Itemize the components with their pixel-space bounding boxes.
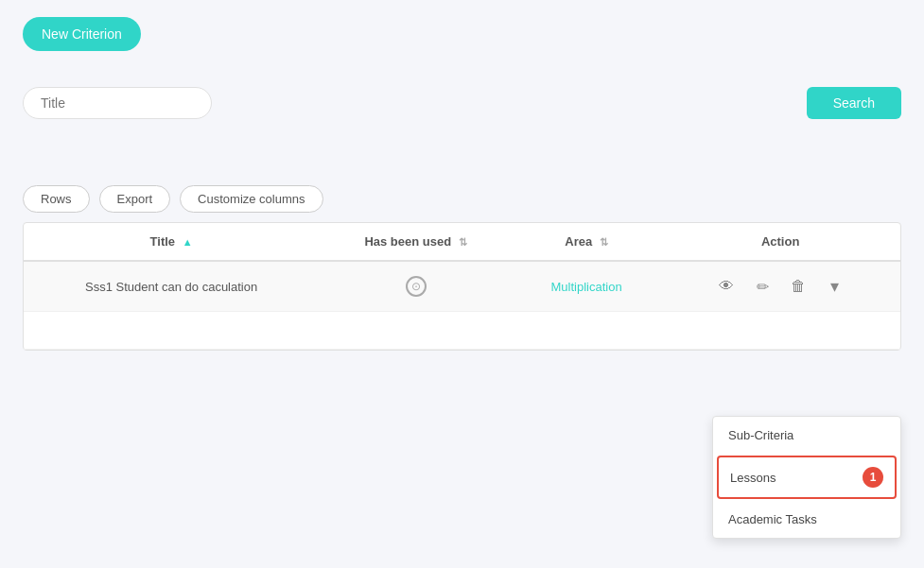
search-button[interactable]: Search <box>807 87 901 119</box>
customize-columns-button[interactable]: Customize columns <box>180 185 323 213</box>
column-header-area: Area ⇅ <box>513 223 660 261</box>
empty-row <box>24 312 900 350</box>
export-button[interactable]: Export <box>99 185 171 213</box>
rows-button[interactable]: Rows <box>23 185 90 213</box>
action-icons-group: 👁 ✏ 🗑 ▾ <box>675 273 885 300</box>
column-header-title: Title ▲ <box>24 223 319 261</box>
dropdown-item-lessons[interactable]: Lessons 1 <box>717 456 897 499</box>
table-row: Sss1 Student can do caculation ⊙ Multipl… <box>24 261 900 312</box>
dropdown-toggle-icon[interactable]: ▾ <box>821 273 847 300</box>
cell-has-been-used: ⊙ <box>319 261 513 312</box>
sort-icon-used[interactable]: ⇅ <box>459 236 467 249</box>
top-bar: New Criterion <box>0 0 924 68</box>
new-criterion-button[interactable]: New Criterion <box>23 17 141 51</box>
dropdown-item-academic-tasks[interactable]: Academic Tasks <box>713 501 900 538</box>
cell-area: Multiplication <box>513 261 660 312</box>
title-search-input[interactable] <box>23 87 212 119</box>
sort-icon-title[interactable]: ▲ <box>183 236 193 248</box>
lessons-badge: 1 <box>863 467 883 488</box>
used-icon: ⊙ <box>406 276 427 297</box>
toolbar: Rows Export Customize columns <box>0 129 924 222</box>
column-header-action: Action <box>660 223 900 261</box>
column-header-has-been-used: Has been used ⇅ <box>319 223 513 261</box>
data-table: Title ▲ Has been used ⇅ Area ⇅ Action <box>23 222 901 351</box>
cell-action: 👁 ✏ 🗑 ▾ <box>660 261 900 312</box>
view-icon[interactable]: 👁 <box>713 273 740 300</box>
cell-title: Sss1 Student can do caculation <box>24 261 319 312</box>
sort-icon-area[interactable]: ⇅ <box>600 236 608 249</box>
delete-icon[interactable]: 🗑 <box>785 273 811 300</box>
search-area: Search <box>0 68 924 129</box>
dropdown-item-sub-criteria[interactable]: Sub-Criteria <box>713 417 900 454</box>
edit-icon[interactable]: ✏ <box>749 273 776 300</box>
table-header-row: Title ▲ Has been used ⇅ Area ⇅ Action <box>24 223 900 261</box>
action-dropdown-menu: Sub-Criteria Lessons 1 Academic Tasks <box>712 416 901 539</box>
